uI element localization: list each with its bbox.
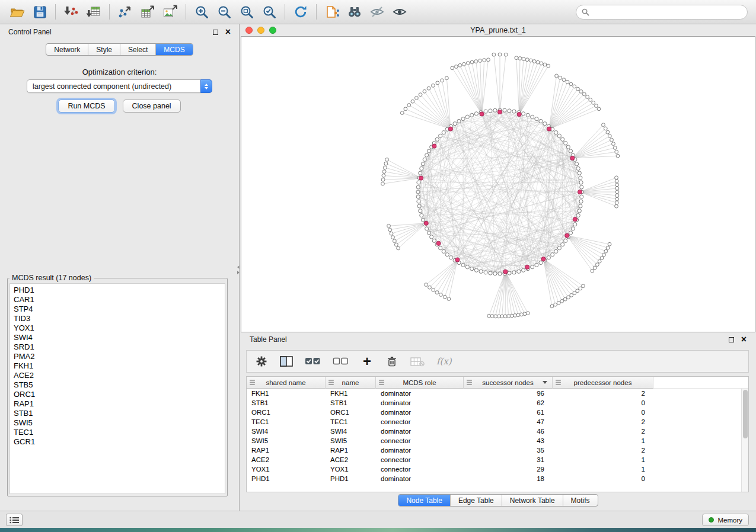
table-cell[interactable]: connector bbox=[376, 417, 464, 427]
table-cell[interactable]: YOX1 bbox=[326, 464, 376, 474]
mcds-result-item[interactable]: SWI4 bbox=[14, 333, 225, 342]
column-header-shared-name[interactable]: shared name bbox=[247, 377, 326, 389]
deselect-all-button[interactable] bbox=[333, 353, 349, 370]
export-network-button[interactable] bbox=[114, 2, 136, 21]
table-cell[interactable]: STB1 bbox=[247, 398, 326, 408]
table-cell[interactable]: 47 bbox=[464, 417, 553, 427]
table-cell[interactable]: SWI4 bbox=[326, 427, 376, 436]
show-columns-button[interactable] bbox=[280, 353, 293, 370]
table-cell[interactable]: connector bbox=[376, 436, 464, 446]
clone-network-button[interactable] bbox=[321, 2, 343, 21]
table-row[interactable]: ORC1ORC1dominator610 bbox=[247, 408, 748, 417]
delete-button[interactable] bbox=[385, 353, 398, 370]
mcds-result-item[interactable]: TID3 bbox=[14, 314, 225, 323]
tab-select[interactable]: Select bbox=[120, 44, 155, 55]
table-row[interactable]: PHD1PHD1dominator180 bbox=[247, 474, 748, 483]
tab-edge-table[interactable]: Edge Table bbox=[450, 495, 502, 506]
column-header-successor-nodes[interactable]: successor nodes bbox=[464, 377, 553, 389]
table-cell[interactable]: dominator bbox=[376, 398, 464, 408]
table-cell[interactable]: 2 bbox=[553, 417, 653, 427]
table-cell[interactable]: 1 bbox=[553, 455, 653, 464]
table-cell[interactable]: 46 bbox=[464, 427, 553, 436]
table-row[interactable]: FKH1FKH1dominator962 bbox=[247, 389, 748, 398]
table-cell[interactable]: 2 bbox=[553, 446, 653, 455]
table-cell[interactable]: 31 bbox=[464, 455, 553, 464]
table-cell[interactable]: ACE2 bbox=[247, 455, 326, 464]
tab-motifs[interactable]: Motifs bbox=[563, 495, 598, 506]
tab-mcds[interactable]: MCDS bbox=[155, 44, 192, 55]
mcds-result-item[interactable]: RAP1 bbox=[14, 399, 225, 409]
table-cell[interactable]: SWI5 bbox=[247, 436, 326, 446]
table-cell[interactable]: ORC1 bbox=[326, 408, 376, 417]
table-cell[interactable]: STB1 bbox=[326, 398, 376, 408]
table-cell[interactable]: PHD1 bbox=[326, 474, 376, 483]
table-cell[interactable]: 2 bbox=[553, 389, 653, 398]
table-settings-button[interactable] bbox=[255, 353, 268, 370]
table-cell[interactable]: FKH1 bbox=[326, 389, 376, 398]
table-cell[interactable]: FKH1 bbox=[247, 389, 326, 398]
collapse-right-icon[interactable] bbox=[237, 271, 240, 274]
mcds-result-item[interactable]: FKH1 bbox=[14, 361, 225, 371]
table-cell[interactable]: SWI5 bbox=[326, 436, 376, 446]
table-row[interactable]: TEC1TEC1connector472 bbox=[247, 417, 748, 427]
table-cell[interactable]: 35 bbox=[464, 446, 553, 455]
mcds-result-item[interactable]: ACE2 bbox=[14, 371, 225, 380]
import-network-button[interactable] bbox=[60, 2, 82, 21]
table-cell[interactable]: connector bbox=[376, 464, 464, 474]
table-scrollbar[interactable] bbox=[741, 389, 748, 492]
search-input[interactable] bbox=[592, 8, 742, 16]
table-cell[interactable]: 0 bbox=[553, 474, 653, 483]
table-cell[interactable]: dominator bbox=[376, 474, 464, 483]
close-panel-button[interactable]: Close panel bbox=[123, 100, 181, 113]
tab-network[interactable]: Network bbox=[46, 44, 88, 55]
zoom-in-button[interactable] bbox=[190, 2, 213, 21]
table-cell[interactable]: 2 bbox=[553, 427, 653, 436]
table-cell[interactable]: 1 bbox=[553, 464, 653, 474]
table-cell[interactable]: 96 bbox=[464, 389, 553, 398]
network-titlebar[interactable]: YPA_prune.txt_1 bbox=[240, 24, 756, 36]
table-cell[interactable]: 43 bbox=[464, 436, 553, 446]
network-graph[interactable] bbox=[241, 37, 755, 332]
table-cell[interactable]: RAP1 bbox=[247, 446, 326, 455]
table-cell[interactable]: dominator bbox=[376, 408, 464, 417]
table-cell[interactable]: ORC1 bbox=[247, 408, 326, 417]
mcds-result-item[interactable]: SRD1 bbox=[14, 342, 225, 352]
mcds-result-item[interactable]: GCR1 bbox=[14, 437, 225, 447]
table-cell[interactable]: TEC1 bbox=[247, 417, 326, 427]
zoom-out-button[interactable] bbox=[213, 2, 235, 21]
table-cell[interactable]: 18 bbox=[464, 474, 553, 483]
close-panel-icon[interactable]: × bbox=[225, 29, 231, 35]
tab-network-table[interactable]: Network Table bbox=[502, 495, 563, 506]
table-cell[interactable]: dominator bbox=[376, 446, 464, 455]
hide-elements-button[interactable] bbox=[366, 2, 388, 21]
table-row[interactable]: SWI5SWI5connector431 bbox=[247, 436, 748, 446]
table-cell[interactable]: dominator bbox=[376, 427, 464, 436]
table-cell[interactable]: TEC1 bbox=[326, 417, 376, 427]
table-cell[interactable]: PHD1 bbox=[247, 474, 326, 483]
mcds-result-item[interactable]: ORC1 bbox=[14, 390, 225, 399]
table-cell[interactable]: 61 bbox=[464, 408, 553, 417]
table-cell[interactable]: SWI4 bbox=[247, 427, 326, 436]
network-canvas[interactable] bbox=[241, 36, 755, 332]
column-header-mcds-role[interactable]: MCDS role bbox=[376, 377, 464, 389]
select-all-button[interactable] bbox=[305, 353, 321, 370]
task-history-button[interactable] bbox=[6, 514, 23, 526]
table-cell[interactable]: 0 bbox=[553, 408, 653, 417]
scrollbar-thumb[interactable] bbox=[743, 390, 748, 438]
mcds-result-item[interactable]: YOX1 bbox=[14, 323, 225, 333]
import-table-button[interactable] bbox=[82, 2, 105, 21]
column-header-predecessor-nodes[interactable]: predecessor nodes bbox=[553, 377, 653, 389]
table-cell[interactable]: 29 bbox=[464, 464, 553, 474]
mcds-result-item[interactable]: TEC1 bbox=[14, 428, 225, 437]
table-cell[interactable]: connector bbox=[376, 455, 464, 464]
mcds-result-item[interactable]: PMA2 bbox=[14, 352, 225, 361]
mcds-result-item[interactable]: SWI5 bbox=[14, 418, 225, 428]
zoom-selected-button[interactable] bbox=[258, 2, 280, 21]
table-cell[interactable]: RAP1 bbox=[326, 446, 376, 455]
table-cell[interactable]: dominator bbox=[376, 389, 464, 398]
first-neighbors-button[interactable] bbox=[343, 2, 366, 21]
tab-node-table[interactable]: Node Table bbox=[398, 495, 450, 506]
table-row[interactable]: RAP1RAP1dominator352 bbox=[247, 446, 748, 455]
mcds-result-item[interactable]: STP4 bbox=[14, 305, 225, 314]
add-row-button[interactable]: + bbox=[361, 353, 374, 370]
